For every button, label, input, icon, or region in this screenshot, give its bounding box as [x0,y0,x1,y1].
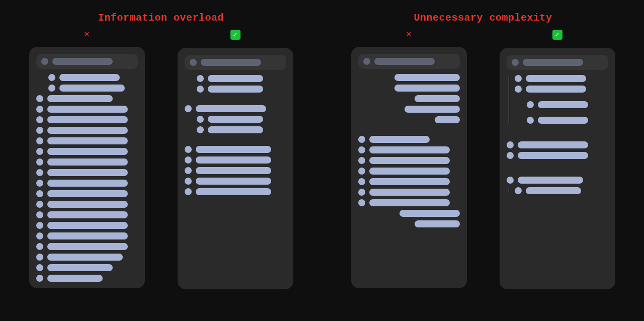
thread-group [507,75,608,124]
cross-icon: ✕ [406,30,412,39]
diagram-canvas: Information overload ✕ [0,0,644,321]
header-bar [374,58,435,65]
avatar-dot [363,58,370,65]
col-good: ✓ [169,30,302,289]
section-title: Information overload [98,12,224,24]
panel-header [185,55,286,70]
panel-bad-overload [29,47,145,288]
section-complexity: Unnecessary complexity ✕ [342,12,624,306]
col-bad: ✕ [342,30,475,289]
check-icon: ✓ [230,30,240,40]
panel-header [507,55,608,70]
check-icon: ✓ [552,30,562,40]
avatar-dot [512,59,519,66]
col-bad: ✕ [20,30,153,289]
panel-header [36,54,138,69]
panel-bad-complexity [351,47,467,288]
panel-header [358,54,460,69]
header-bar [201,59,261,66]
col-good: ✓ [491,30,624,289]
avatar-dot [190,59,197,66]
avatar-dot [41,58,48,65]
header-bar [52,58,113,65]
thread-group [507,187,608,194]
header-bar [523,59,583,66]
panel-pair: ✕ [20,30,302,289]
panel-good-complexity [500,48,615,289]
panel-pair: ✕ [342,30,624,289]
section-title: Unnecessary complexity [414,12,552,24]
cross-icon: ✕ [84,30,90,39]
panel-good-overload [178,48,293,289]
section-info-overload: Information overload ✕ [20,12,302,306]
